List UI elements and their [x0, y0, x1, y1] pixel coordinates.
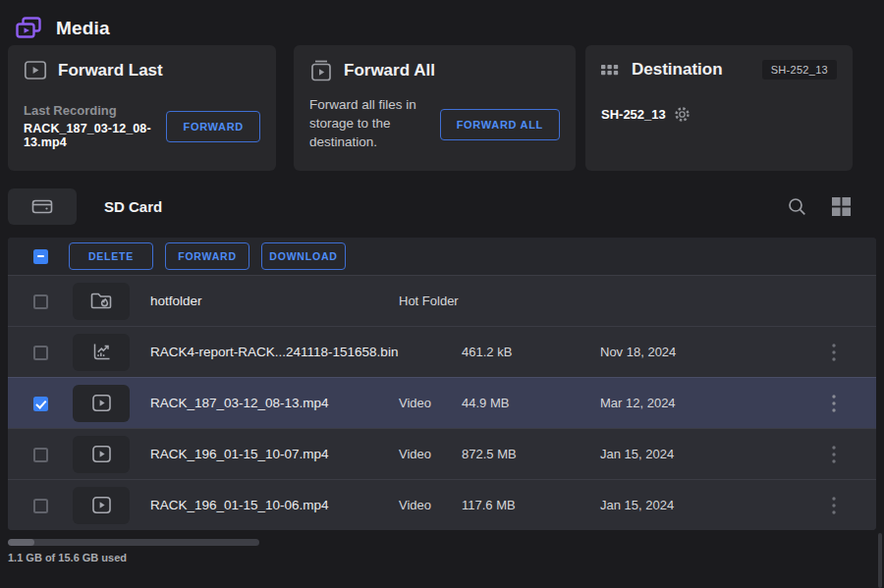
row-menu-kebab-icon[interactable]	[826, 340, 842, 365]
forward-all-description: Forward all files in storage to the dest…	[309, 95, 440, 151]
scrollbar-thumb[interactable]	[878, 533, 882, 588]
forward-last-card: Forward Last Last Recording RACK_187_03-…	[8, 45, 276, 171]
destination-grid-icon	[601, 63, 621, 77]
file-name: RACK4-report-RACK...241118-151658.bin	[141, 345, 399, 359]
file-size: 117.6 MB	[462, 498, 600, 512]
table-row-video[interactable]: RACK_196_01-15_10-06.mp4 Video 117.6 MB …	[8, 479, 876, 530]
grid-view-icon[interactable]	[831, 196, 852, 217]
destination-value: SH-252_13	[601, 107, 666, 122]
destination-title: Destination	[632, 60, 723, 80]
download-button[interactable]: DOWNLOAD	[261, 242, 346, 270]
media-logo-icon	[14, 16, 43, 41]
row-checkbox[interactable]	[33, 397, 48, 411]
video-file-icon	[73, 436, 130, 473]
file-date: Nov 18, 2024	[600, 345, 792, 359]
table-row-selected[interactable]: RACK_187_03-12_08-13.mp4 Video 44.9 MB M…	[8, 377, 876, 428]
forward-last-title: Forward Last	[58, 61, 163, 80]
file-size: 872.5 MB	[462, 447, 600, 461]
row-checkbox[interactable]	[33, 448, 48, 462]
row-checkbox[interactable]	[33, 346, 48, 360]
sd-card-icon	[30, 198, 54, 215]
select-all-checkbox[interactable]	[33, 249, 48, 264]
file-size: 44.9 MB	[462, 396, 600, 410]
archive-play-icon	[309, 60, 333, 81]
hot-folder-icon	[73, 283, 130, 320]
delete-button[interactable]: DELETE	[69, 242, 153, 270]
file-size: 461.2 kB	[462, 345, 600, 359]
sd-card-source-button[interactable]	[8, 188, 77, 225]
report-chart-icon	[73, 334, 130, 371]
table-row-hotfolder[interactable]: hotfolder Hot Folder	[8, 275, 876, 326]
cards-row: Forward Last Last Recording RACK_187_03-…	[8, 45, 876, 171]
file-name: RACK_187_03-12_08-13.mp4	[141, 396, 399, 410]
file-type: Video	[399, 447, 462, 461]
video-file-icon	[73, 487, 130, 524]
selection-toolbar: DELETE FORWARD DOWNLOAD	[8, 238, 876, 275]
file-name: hotfolder	[141, 294, 399, 308]
file-date: Mar 12, 2024	[600, 396, 792, 410]
file-type: Hot Folder	[399, 294, 462, 308]
file-name: RACK_196_01-15_10-07.mp4	[141, 447, 399, 461]
storage-source-name: SD Card	[104, 198, 162, 215]
forward-all-title: Forward All	[344, 61, 435, 80]
play-frame-icon	[24, 60, 47, 80]
page-header: Media	[0, 0, 884, 43]
table-row-report[interactable]: RACK4-report-RACK...241118-151658.bin 46…	[8, 326, 876, 377]
file-type: Video	[399, 498, 462, 512]
storage-usage-fill	[8, 539, 34, 546]
forward-button[interactable]: FORWARD	[166, 111, 260, 142]
page-title: Media	[56, 18, 110, 39]
storage-usage-bar	[8, 539, 259, 546]
destination-card: Destination SH-252_13 SH-252_13	[585, 45, 853, 171]
file-date: Jan 15, 2024	[600, 447, 792, 461]
table-row-video[interactable]: RACK_196_01-15_10-07.mp4 Video 872.5 MB …	[8, 428, 876, 479]
storage-source-bar: SD Card	[8, 187, 876, 225]
file-name: RACK_196_01-15_10-06.mp4	[141, 498, 399, 512]
row-checkbox[interactable]	[33, 294, 48, 309]
row-menu-kebab-icon[interactable]	[826, 493, 842, 518]
row-menu-kebab-icon[interactable]	[826, 391, 842, 416]
row-checkbox[interactable]	[33, 499, 48, 513]
file-type: Video	[399, 396, 462, 410]
destination-badge: SH-252_13	[762, 60, 837, 80]
forward-all-button[interactable]: FORWARD ALL	[440, 109, 560, 140]
search-icon[interactable]	[787, 196, 807, 217]
video-file-icon	[73, 385, 130, 422]
destination-settings-gear-icon[interactable]	[674, 106, 691, 123]
last-recording-label: Last Recording	[24, 103, 166, 118]
forward-selected-button[interactable]: FORWARD	[165, 242, 249, 270]
storage-usage-text: 1.1 GB of 15.6 GB used	[8, 552, 884, 563]
row-menu-kebab-icon[interactable]	[826, 442, 842, 467]
forward-all-card: Forward All Forward all files in storage…	[294, 45, 576, 171]
file-table: DELETE FORWARD DOWNLOAD hotfolder Hot Fo…	[8, 238, 876, 530]
file-date: Jan 15, 2024	[600, 498, 792, 512]
last-recording-filename: RACK_187_03-12_08-13.mp4	[24, 122, 166, 149]
